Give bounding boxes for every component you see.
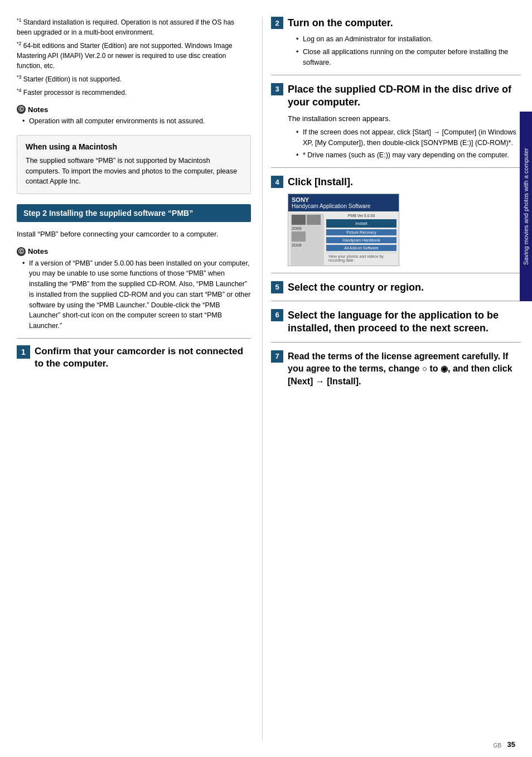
- divider-1: [17, 338, 251, 339]
- step3-intro-text: The installation screen appears.: [288, 113, 521, 124]
- footnote-4-text: Faster processor is recommended.: [23, 89, 127, 97]
- footnote-1: *1 Standard installation is required. Op…: [17, 17, 251, 37]
- step7-circle-filled: ◉: [441, 364, 448, 373]
- step6-number-box: 6: [271, 309, 283, 321]
- footnote-3-sup: *3: [17, 74, 22, 80]
- notes-item-1: Operation with all computer environments…: [22, 116, 251, 127]
- step7-heading-row: 7 Read the terms of the license agreemen…: [271, 350, 521, 388]
- right-column: 2 Turn on the computer. Log on as an Adm…: [262, 17, 521, 740]
- step3-body: The installation screen appears. If the …: [271, 113, 521, 161]
- software-screenshot: SONY Handycam Application Software 2009: [288, 194, 399, 266]
- ss-install-btn[interactable]: Install: [326, 219, 396, 228]
- side-tab-text: Saving movies and photos with a computer: [523, 148, 529, 265]
- macintosh-box: When using a Macintosh The supplied soft…: [17, 135, 251, 194]
- step3-heading-text: Place the supplied CD-ROM in the disc dr…: [288, 83, 521, 109]
- ss-brand: SONY: [292, 196, 395, 203]
- step5-right: 5 Select the country or region.: [271, 281, 521, 301]
- ss-addon-btn[interactable]: All Add-on Software: [326, 245, 396, 251]
- step2-bullet-2: Close all applications running on the co…: [296, 47, 521, 68]
- step1-text: Confirm that your camcorder is not conne…: [35, 345, 251, 370]
- step6-heading-text: Select the language for the application …: [288, 309, 521, 335]
- footnote-1-text: Standard installation is required. Opera…: [17, 18, 234, 36]
- footnote-2-text: 64-bit editions and Starter (Edition) ar…: [17, 42, 233, 70]
- step2-intro: Install “PMB” before connecting your cam…: [17, 229, 251, 240]
- ss-handbook-btn[interactable]: Handycam Handbook: [326, 237, 396, 243]
- ss-picture-recovery-btn[interactable]: Picture Recovery: [326, 229, 396, 235]
- notes-heading-1: Notes: [28, 105, 48, 114]
- step6-heading-row: 6 Select the language for the applicatio…: [271, 309, 521, 335]
- step7-heading-text: Read the terms of the license agreement …: [288, 350, 521, 388]
- step2-heading-text: Turn on the computer.: [288, 17, 521, 30]
- step4-heading-text: Click [Install].: [288, 176, 521, 189]
- footnote-1-sup: *1: [17, 17, 22, 23]
- macintosh-text: The supplied software “PMB” is not suppo…: [26, 156, 242, 187]
- gb-label: GB: [494, 742, 501, 749]
- step3-bullet-1: If the screen does not appear, click [St…: [296, 127, 521, 148]
- step4-right: 4 Click [Install]. SONY Handycam Applica…: [271, 176, 521, 273]
- step5-heading-row: 5 Select the country or region.: [271, 281, 521, 294]
- footnote-3: *3 Starter (Edition) is not supported.: [17, 74, 251, 84]
- step5-heading-text: Select the country or region.: [288, 281, 521, 294]
- footnotes-section: *1 Standard installation is required. Op…: [17, 17, 251, 98]
- main-content: *1 Standard installation is required. Op…: [0, 0, 532, 757]
- ss-app-name: Handycam Application Software: [292, 203, 395, 209]
- page-number: 35: [507, 740, 515, 749]
- step7-part2: to: [427, 364, 441, 373]
- divider-6: [271, 342, 521, 343]
- divider-3: [271, 167, 521, 168]
- ss-thumb-3: [292, 232, 306, 242]
- ss-year-1: 2009: [292, 226, 323, 231]
- ss-body: 2009 2009 PMB Ver.5.0.00 Install Picture…: [288, 211, 399, 266]
- ss-thumb-row-2: [292, 232, 323, 242]
- step3-bullets: If the screen does not appear, click [St…: [288, 127, 521, 161]
- step2-number-box: 2: [271, 17, 283, 29]
- notes-section-1: Ⓒ Notes Operation with all computer envi…: [17, 104, 251, 127]
- notes-heading-2: Notes: [28, 247, 48, 255]
- ss-version: PMB Ver.5.0.00: [326, 214, 396, 218]
- step7-circle-open: ○: [422, 364, 427, 373]
- ss-thumb-2: [307, 215, 321, 225]
- step4-number-box: 4: [271, 176, 283, 188]
- step2-heading-row: 2 Turn on the computer.: [271, 17, 521, 30]
- notes-circle-icon-2: Ⓒ: [17, 247, 26, 256]
- divider-5: [271, 301, 521, 301]
- step3-bullet-2: * Drive names (such as (E:)) may vary de…: [296, 150, 521, 161]
- ss-thumb-1: [292, 215, 306, 225]
- step2-header: Step 2 Installing the supplied software …: [17, 204, 251, 222]
- notes-icon-2: Ⓒ Notes: [17, 247, 48, 256]
- ss-header: SONY Handycam Application Software: [288, 194, 399, 211]
- footnote-4-sup: *4: [17, 88, 22, 93]
- notes-list-2: If a version of “PMB” under 5.0.00 has b…: [17, 258, 251, 331]
- notes-list-1: Operation with all computer environments…: [17, 116, 251, 127]
- footnote-3-text: Starter (Edition) is not supported.: [23, 75, 122, 83]
- divider-2: [271, 75, 521, 75]
- left-column: *1 Standard installation is required. Op…: [17, 17, 262, 740]
- footnote-2: *2 64-bit editions and Starter (Edition)…: [17, 40, 251, 71]
- divider-4: [271, 273, 521, 273]
- step4-heading-row: 4 Click [Install].: [271, 176, 521, 189]
- notes-circle-icon: Ⓒ: [17, 105, 26, 114]
- step1-number: 1: [17, 345, 30, 359]
- step1: 1 Confirm that your camcorder is not con…: [17, 345, 251, 370]
- step2-right: 2 Turn on the computer. Log on as an Adm…: [271, 17, 521, 75]
- ss-left-panel: 2009 2009: [291, 214, 324, 265]
- ss-footer-text: View your photos and videos by recording…: [326, 253, 396, 263]
- step7-right: 7 Read the terms of the license agreemen…: [271, 350, 521, 388]
- step2-body: Log on as an Administrator for installat…: [271, 34, 521, 67]
- side-tab: Saving movies and photos with a computer: [520, 112, 532, 301]
- step3-heading-row: 3 Place the supplied CD-ROM in the disc …: [271, 83, 521, 109]
- step2-notes-item-1: If a version of “PMB” under 5.0.00 has b…: [22, 258, 251, 331]
- step3-number-box: 3: [271, 83, 283, 95]
- step6-right: 6 Select the language for the applicatio…: [271, 309, 521, 343]
- page-container: *1 Standard installation is required. Op…: [0, 0, 532, 757]
- macintosh-title: When using a Macintosh: [26, 142, 242, 151]
- footnote-4: *4 Faster processor is recommended.: [17, 87, 251, 98]
- step3-right: 3 Place the supplied CD-ROM in the disc …: [271, 83, 521, 168]
- notes-icon-1: Ⓒ Notes: [17, 105, 48, 114]
- ss-thumb-row-1: [292, 215, 323, 225]
- step2-bullets: Log on as an Administrator for installat…: [288, 34, 521, 67]
- ss-year-2: 2009: [292, 243, 323, 248]
- ss-right-panel: PMB Ver.5.0.00 Install Picture Recovery …: [326, 214, 396, 265]
- footnote-2-sup: *2: [17, 41, 22, 46]
- notes-section-2: Ⓒ Notes If a version of “PMB” under 5.0.…: [17, 247, 251, 331]
